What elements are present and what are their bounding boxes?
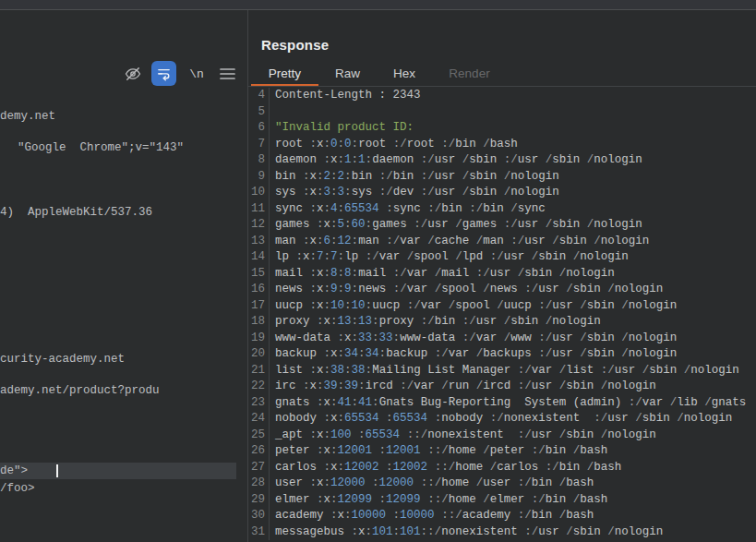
tab-pretty[interactable]: Pretty — [251, 61, 318, 86]
show-newlines-toggle[interactable]: \n — [185, 62, 209, 86]
code-line[interactable]: 24nobody :x:65534 :65534 :nobody :/nonex… — [248, 411, 756, 428]
line-number: 7 — [248, 137, 270, 153]
code-line[interactable]: 15mail :x:8:8:mail :/var /mail :/usr /sb… — [248, 266, 756, 283]
line-number: 31 — [248, 524, 270, 541]
request-text-fragment[interactable]: "Google Chrome";v="143" — [18, 140, 184, 156]
response-title: Response — [261, 37, 329, 53]
code-line[interactable]: 12games :x:5:60:games :/usr /games :/usr… — [248, 217, 756, 234]
code-line[interactable]: 22irc :x:39:39:ircd :/var /run /ircd :/u… — [248, 379, 756, 395]
code-line[interactable]: 6"Invalid product ID: — [248, 120, 756, 137]
code-text: uucp :x:10:10:uucp :/var /spool /uucp :/… — [270, 298, 677, 315]
hide-matches-icon[interactable] — [121, 62, 145, 86]
code-text: man :x:6:12:man :/var /cache /man :/usr … — [270, 234, 649, 250]
code-line[interactable]: 10sys :x:3:3:sys :/dev :/usr /sbin /nolo… — [248, 185, 756, 201]
line-number: 16 — [248, 282, 270, 298]
code-line[interactable]: 4Content-Length : 2343 — [248, 88, 756, 104]
request-text-fragment[interactable]: de"> — [0, 464, 28, 479]
line-number: 29 — [248, 492, 270, 509]
request-editor-panel[interactable]: \n demy.net "Google Chrome";v="143" 4) A… — [0, 10, 247, 542]
code-line[interactable]: 28user :x:12000 :12000 ::/home /user :/b… — [248, 476, 756, 492]
burp-repeater-window: { "colors": { "accent_orange": "#d4642e"… — [0, 0, 756, 542]
line-number: 13 — [248, 234, 270, 250]
line-number: 14 — [248, 249, 270, 266]
request-editor-toolbar: \n — [0, 10, 247, 66]
code-text: proxy :x:13:13:proxy :/bin :/usr /sbin /… — [270, 314, 601, 331]
code-line[interactable]: 17uucp :x:10:10:uucp :/var /spool /uucp … — [248, 298, 756, 315]
line-number: 21 — [248, 363, 270, 379]
response-panel: Response Pretty Raw Hex Render 4Content-… — [248, 10, 756, 542]
code-text: carlos :x:12002 :12002 ::/home /carlos :… — [270, 460, 621, 476]
code-line[interactable]: 30academy :x:10000 :10000 ::/academy :/b… — [248, 508, 756, 524]
code-text: nobody :x:65534 :65534 :nobody :/nonexis… — [270, 411, 732, 428]
line-number: 27 — [248, 460, 270, 476]
editor-menu-icon[interactable] — [215, 62, 239, 86]
line-number: 9 — [248, 169, 270, 186]
code-text: irc :x:39:39:ircd :/var /run /ircd :/usr… — [270, 379, 656, 395]
code-line[interactable]: 29elmer :x:12099 :12099 ::/home /elmer :… — [248, 492, 756, 509]
code-text: gnats :x:41:41:Gnats Bug-Reporting Syste… — [270, 395, 746, 412]
code-line[interactable]: 26peter :x:12001 :12001 ::/home /peter :… — [248, 443, 756, 460]
word-wrap-toggle[interactable] — [151, 61, 176, 86]
code-text: peter :x:12001 :12001 ::/home /peter :/b… — [270, 443, 607, 460]
line-number: 18 — [248, 314, 270, 331]
line-number: 11 — [248, 201, 270, 218]
code-text: www-data :x:33:33:www-data :/var /www :/… — [270, 331, 677, 347]
code-text — [270, 104, 275, 121]
line-number: 6 — [248, 120, 270, 137]
tab-raw[interactable]: Raw — [318, 61, 378, 86]
code-text: academy :x:10000 :10000 ::/academy :/bin… — [270, 508, 594, 524]
code-line[interactable]: 23gnats :x:41:41:Gnats Bug-Reporting Sys… — [248, 395, 756, 412]
code-text: sys :x:3:3:sys :/dev :/usr /sbin /nologi… — [270, 185, 559, 201]
line-number: 25 — [248, 428, 270, 444]
request-text-fragment[interactable]: demy.net — [0, 109, 55, 125]
line-number: 23 — [248, 395, 270, 412]
code-text: news :x:9:9:news :/var /spool /news :/us… — [270, 282, 663, 298]
current-line-highlight[interactable]: de"> — [0, 463, 236, 479]
code-line[interactable]: 14lp :x:7:7:lp :/var /spool /lpd :/usr /… — [248, 249, 756, 266]
request-text-fragment[interactable]: curity-academy.net — [0, 352, 125, 367]
code-text: games :x:5:60:games :/usr /games :/usr /… — [270, 217, 642, 234]
line-number: 30 — [248, 508, 270, 524]
response-code[interactable]: 4Content-Length : 234356"Invalid product… — [248, 87, 756, 542]
code-line[interactable]: 19www-data :x:33:33:www-data :/var /www … — [248, 331, 756, 347]
code-text: mail :x:8:8:mail :/var /mail :/usr /sbin… — [270, 266, 615, 283]
request-text-fragment[interactable]: /foo> — [0, 481, 35, 497]
code-line[interactable]: 5 — [248, 104, 756, 121]
code-text: list :x:38:38:Mailing List Manager :/var… — [270, 363, 739, 379]
line-number: 12 — [248, 217, 270, 234]
line-number: 19 — [248, 331, 270, 347]
line-number: 4 — [248, 88, 270, 104]
code-line[interactable]: 7root :x:0:0:root :/root :/bin /bash — [248, 137, 756, 153]
code-text: bin :x:2:2:bin :/bin :/usr /sbin /nologi… — [270, 169, 559, 186]
request-text-fragment[interactable]: 4) AppleWebKit/537.36 — [0, 205, 152, 221]
code-line[interactable]: 8daemon :x:1:1:daemon :/usr /sbin :/usr … — [248, 152, 756, 169]
code-line[interactable]: 9bin :x:2:2:bin :/bin :/usr /sbin /nolog… — [248, 169, 756, 186]
line-number: 8 — [248, 152, 270, 169]
code-line[interactable]: 31messagebus :x:101:101::/nonexistent :/… — [248, 524, 756, 541]
line-number: 26 — [248, 443, 270, 460]
code-text: backup :x:34:34:backup :/var /backups :/… — [270, 346, 677, 363]
line-number: 28 — [248, 476, 270, 492]
line-number: 24 — [248, 411, 270, 428]
code-line[interactable]: 16news :x:9:9:news :/var /spool /news :/… — [248, 282, 756, 298]
code-text: daemon :x:1:1:daemon :/usr /sbin :/usr /… — [270, 152, 642, 169]
line-number: 17 — [248, 298, 270, 315]
newline-toggle-label: \n — [189, 67, 204, 81]
tab-hex[interactable]: Hex — [377, 61, 432, 86]
code-line[interactable]: 18proxy :x:13:13:proxy :/bin :/usr /sbin… — [248, 314, 756, 331]
code-text: "Invalid product ID: — [270, 120, 414, 137]
code-line[interactable]: 20backup :x:34:34:backup :/var /backups … — [248, 346, 756, 363]
line-number: 15 — [248, 266, 270, 283]
code-text: elmer :x:12099 :12099 ::/home /elmer :/b… — [270, 492, 607, 509]
code-line[interactable]: 27carlos :x:12002 :12002 ::/home /carlos… — [248, 460, 756, 476]
window-top-strip — [0, 0, 756, 10]
code-line[interactable]: 21list :x:38:38:Mailing List Manager :/v… — [248, 363, 756, 379]
code-line[interactable]: 13man :x:6:12:man :/var /cache /man :/us… — [248, 234, 756, 250]
code-line[interactable]: 25_apt :x:100 :65534 ::/nonexistent :/us… — [248, 428, 756, 444]
response-tab-bar: Pretty Raw Hex Render — [248, 61, 756, 86]
line-number: 22 — [248, 379, 270, 395]
code-text: sync :x:4:65534 :sync :/bin :/bin /sync — [270, 201, 546, 218]
code-text: Content-Length : 2343 — [270, 88, 421, 104]
request-text-fragment[interactable]: ademy.net/product?produ — [0, 383, 160, 399]
code-line[interactable]: 11sync :x:4:65534 :sync :/bin :/bin /syn… — [248, 201, 756, 218]
